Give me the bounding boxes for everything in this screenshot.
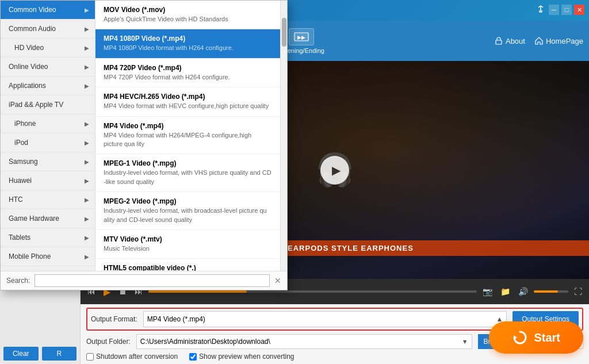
chevron-right-icon7: ▶: [85, 140, 89, 146]
cat-item-htc[interactable]: HTC ▶: [1, 190, 95, 209]
format-name: MP4 Video (*.mp4): [104, 122, 272, 130]
start-icon: [512, 329, 528, 346]
search-clear-button[interactable]: ✕: [274, 276, 281, 285]
fullscreen-button[interactable]: ⛶: [572, 286, 584, 297]
format-name: MTV Video (*.mtv): [104, 235, 272, 243]
cat-item-hd-video[interactable]: HD Video ▶: [1, 39, 95, 58]
cat-item-tablets[interactable]: Tablets ▶: [1, 228, 95, 247]
lock-icon: [494, 36, 503, 45]
cat-item-online-video[interactable]: Online Video ▶: [1, 58, 95, 76]
play-button[interactable]: [320, 156, 349, 185]
about-button[interactable]: About: [494, 36, 525, 45]
main-layout: 🎧 CHEAP EARPODS Clear R Common Video ▶ C…: [0, 61, 589, 364]
chevron-right-icon13: ▶: [85, 254, 89, 260]
opening-ending-icon: ▶▶: [289, 28, 314, 45]
format-name: MPEG-2 Video (*.mpg): [104, 197, 272, 205]
format-desc: MP4 Video format with H264/MPEG-4 config…: [104, 131, 272, 149]
chevron-right-icon10: ▶: [85, 197, 89, 203]
format-column: MOV Video (*.mov) Apple's QuickTime Vide…: [95, 1, 280, 271]
antenna-icon: [535, 5, 546, 16]
cat-item-huawei[interactable]: Huawei ▶: [1, 171, 95, 190]
volume-bar[interactable]: [534, 290, 568, 293]
output-folder-label: Output Folder:: [86, 338, 131, 346]
output-format-label: Output Format:: [91, 315, 137, 323]
cat-item-common-audio[interactable]: Common Audio ▶: [1, 20, 95, 39]
format-item-mpeg2[interactable]: MPEG-2 Video (*.mpg) Industry-level vide…: [95, 192, 280, 230]
svg-rect-15: [496, 40, 502, 44]
minimize-button[interactable]: ─: [549, 5, 559, 15]
folder-button[interactable]: 📁: [498, 286, 512, 297]
format-desc: Industry-level video format, with VHS pi…: [104, 168, 272, 186]
format-search-bar: Search: ✕: [1, 271, 287, 290]
close-button[interactable]: ✕: [574, 5, 584, 15]
format-name: MP4 1080P Video (*.mp4): [104, 35, 272, 43]
refresh-button[interactable]: R: [42, 347, 77, 361]
shutdown-label: Shutdown after conversion: [96, 352, 178, 361]
format-name: MP4 HEVC/H.265 Video (*.mp4): [104, 93, 272, 101]
clear-button[interactable]: Clear: [3, 347, 39, 361]
show-preview-label: Show preview when converting: [199, 352, 294, 361]
homepage-button[interactable]: HomePage: [534, 36, 583, 45]
format-desc: Apple's QuickTime Video with HD Standard…: [104, 15, 272, 24]
format-desc: MP4 Video format with HEVC configure,hig…: [104, 102, 272, 110]
shutdown-checkbox[interactable]: [86, 353, 94, 361]
cat-item-samsung[interactable]: Samsung ▶: [1, 152, 95, 171]
start-button[interactable]: Start: [489, 321, 583, 354]
chevron-right-icon11: ▶: [85, 216, 89, 222]
dropdown-inner: Common Video ▶ Common Audio ▶ HD Video ▶…: [1, 1, 287, 271]
chevron-right-icon: ▶: [85, 7, 89, 13]
chevron-right-icon3: ▶: [85, 45, 89, 51]
chevron-right-icon2: ▶: [85, 26, 89, 32]
home-icon: [534, 36, 544, 45]
chevron-right-icon12: ▶: [85, 235, 89, 241]
folder-path-value: C:\Users\Administrator\Desktop\download\: [140, 338, 270, 346]
svg-marker-16: [514, 335, 517, 340]
format-desc: Industry-level video format, with broadc…: [104, 206, 272, 224]
maximize-button[interactable]: □: [561, 5, 572, 15]
folder-path-display: C:\Users\Administrator\Desktop\download\…: [136, 334, 472, 349]
cat-item-mobile[interactable]: Mobile Phone ▶: [1, 247, 95, 266]
chevron-right-icon5: ▶: [85, 83, 89, 89]
format-item-mtv[interactable]: MTV Video (*.mtv) Music Television: [95, 230, 280, 259]
options-row: Shutdown after conversion Show preview w…: [86, 352, 583, 361]
format-select-dropdown[interactable]: MP4 Video (*.mp4) ▲: [143, 311, 507, 327]
format-name: HTML5 compatible video (*.): [104, 264, 272, 271]
svg-rect-5: [539, 10, 542, 13]
search-input[interactable]: [35, 274, 270, 287]
cat-item-applications[interactable]: Applications ▶: [1, 76, 95, 95]
cat-item-media[interactable]: Media Player ▶: [1, 266, 95, 271]
format-item-html5[interactable]: HTML5 compatible video (*.): [95, 259, 280, 271]
volume-fill: [534, 290, 558, 293]
toolbar-right: About HomePage: [494, 36, 583, 45]
format-scrollbar[interactable]: [280, 1, 287, 271]
format-item-mp4[interactable]: MP4 Video (*.mp4) MP4 Video format with …: [95, 117, 280, 155]
svg-text:▶▶: ▶▶: [297, 35, 305, 40]
cat-item-ipod[interactable]: iPod ▶: [1, 133, 95, 152]
format-desc: Music Television: [104, 244, 272, 253]
progress-bar[interactable]: [148, 290, 477, 293]
category-column: Common Video ▶ Common Audio ▶ HD Video ▶…: [1, 1, 95, 271]
show-preview-checkbox[interactable]: [189, 353, 197, 361]
format-desc: MP4 1080P Video format with H264 configu…: [104, 44, 272, 52]
format-item-mpeg1[interactable]: MPEG-1 Video (*.mpg) Industry-level vide…: [95, 154, 280, 192]
volume-button[interactable]: 🔊: [516, 286, 530, 297]
cat-item-ipad[interactable]: iPad && Apple TV: [1, 95, 95, 114]
format-item-mp4-720p[interactable]: MP4 720P Video (*.mp4) MP4 720P Video fo…: [95, 59, 280, 87]
chevron-right-icon9: ▶: [85, 178, 89, 184]
cat-item-game[interactable]: Game Hardware ▶: [1, 209, 95, 228]
format-name: MP4 720P Video (*.mp4): [104, 64, 272, 72]
show-preview-checkbox-label: Show preview when converting: [189, 352, 294, 361]
format-item-mov[interactable]: MOV Video (*.mov) Apple's QuickTime Vide…: [95, 1, 280, 29]
cat-item-iphone[interactable]: iPhone ▶: [1, 114, 95, 133]
chevron-right-icon4: ▶: [85, 64, 89, 70]
camera-button[interactable]: 📷: [480, 286, 495, 297]
cat-item-common-video[interactable]: Common Video ▶: [1, 1, 95, 20]
format-item-mp4-1080p[interactable]: MP4 1080P Video (*.mp4) MP4 1080P Video …: [95, 29, 280, 58]
scroll-thumb[interactable]: [282, 18, 286, 47]
folder-dropdown-icon: ▼: [462, 338, 468, 345]
format-item-mp4-hevc[interactable]: MP4 HEVC/H.265 Video (*.mp4) MP4 Video f…: [95, 87, 280, 116]
progress-fill: [148, 290, 247, 293]
format-dropdown: Common Video ▶ Common Audio ▶ HD Video ▶…: [0, 0, 288, 290]
format-desc: MP4 720P Video format with H264 configur…: [104, 73, 272, 82]
format-name: MPEG-1 Video (*.mpg): [104, 159, 272, 167]
